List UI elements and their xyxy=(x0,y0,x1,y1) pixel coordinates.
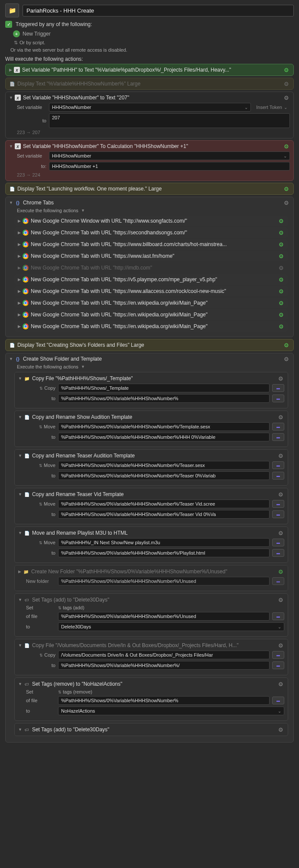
newfolder-input[interactable]: %PathHHH%/Shows/0%Variable%HHHShowNumber… xyxy=(58,577,270,585)
gear-icon[interactable]: ⚙ xyxy=(277,529,284,536)
gear-icon[interactable]: ⚙ xyxy=(278,241,285,248)
token-button[interactable] xyxy=(272,500,284,508)
token-button[interactable] xyxy=(272,697,284,704)
disclosure-icon[interactable] xyxy=(9,201,13,205)
action-title[interactable]: Move and Rename Playlist M3U to HTML xyxy=(32,530,277,536)
disclosure-icon[interactable] xyxy=(18,277,21,282)
gear-icon[interactable]: ⚙ xyxy=(277,375,284,382)
action-title[interactable]: Set Tags (add) to "Delete30Days" xyxy=(32,597,277,603)
gear-icon[interactable]: ⚙ xyxy=(277,596,284,603)
tag-select[interactable]: NoHazelActions xyxy=(58,707,284,715)
chrome-action-title[interactable]: New Google Chrome Tab with URL "http://i… xyxy=(31,265,278,271)
action-title[interactable]: Copy and Rename Show Audition Template xyxy=(32,414,277,420)
variable-name-select[interactable]: HHHShowNumber xyxy=(49,151,290,160)
from-input[interactable]: %PathHHH%/_IN Next Show/New playlist.m3u xyxy=(58,538,270,547)
chrome-action-title[interactable]: New Google Chrome Tab with URL "https://… xyxy=(31,288,278,294)
gear-icon[interactable]: ⚙ xyxy=(278,229,285,236)
value-input[interactable]: HHHShowNumber +1 xyxy=(49,162,290,171)
chrome-action-title[interactable]: New Google Chrome Tab with URL "https://… xyxy=(31,323,278,329)
gear-icon[interactable]: ⚙ xyxy=(278,323,285,330)
disclosure-icon[interactable] xyxy=(18,598,22,602)
gear-icon[interactable]: ⚙ xyxy=(277,568,284,575)
action-title[interactable]: Set Tags (add) to "Delete30Days" xyxy=(32,727,277,733)
chrome-action-title[interactable]: New Google Chrome Tab with URL "https://… xyxy=(31,276,278,283)
action-title[interactable]: Display Text "Launching workflow. One mo… xyxy=(17,186,283,192)
op-label[interactable]: ⇅ Move xyxy=(26,463,55,468)
disclosure-icon[interactable] xyxy=(18,569,21,574)
gear-icon[interactable]: ⚙ xyxy=(277,726,284,733)
action-title[interactable]: Set Variable "PathHHH" to Text "%Variabl… xyxy=(22,67,283,73)
macro-title-input[interactable]: PariahRocks - HHH Create xyxy=(23,5,294,16)
value-input[interactable]: 207 xyxy=(49,113,290,128)
gear-icon[interactable]: ⚙ xyxy=(283,355,290,362)
from-input[interactable]: %PathHHH%/Shows/0%Variable%HHHShowNumber… xyxy=(58,500,270,508)
action-title[interactable]: Copy and Rename Teaser Audition Template xyxy=(32,453,277,459)
dropdown-icon[interactable] xyxy=(81,208,85,213)
gear-icon[interactable]: ⚙ xyxy=(278,299,285,306)
tags-mode[interactable]: ⇅ tags (add) xyxy=(58,605,84,610)
gear-icon[interactable]: ⚙ xyxy=(283,80,290,87)
offile-input[interactable]: %PathHHH%/Shows/0%Variable%HHHShowNumber… xyxy=(58,612,270,621)
op-label[interactable]: ⇅ Move xyxy=(26,501,55,506)
to-input[interactable]: %PathHHH%/Shows/0%Variable%HHHShowNumber… xyxy=(58,433,270,441)
disclosure-icon[interactable] xyxy=(18,230,21,235)
variable-name-select[interactable]: HHHShowNumber xyxy=(49,103,251,112)
disclosure-icon[interactable] xyxy=(18,324,21,329)
gear-icon[interactable]: ⚙ xyxy=(278,264,285,271)
group-title[interactable]: Chrome Tabs xyxy=(23,200,283,206)
gear-icon[interactable]: ⚙ xyxy=(283,342,290,349)
disclosure-icon[interactable] xyxy=(18,682,22,686)
disclosure-icon[interactable] xyxy=(9,144,13,148)
disclosure-icon[interactable] xyxy=(18,643,22,648)
token-button[interactable] xyxy=(272,384,284,392)
disclosure-icon[interactable] xyxy=(18,289,21,293)
gear-icon[interactable]: ⚙ xyxy=(283,66,290,73)
token-button[interactable] xyxy=(272,395,284,402)
insert-token-button[interactable]: Insert Token xyxy=(254,104,290,111)
offile-input[interactable]: %PathHHH%/Shows/0%Variable%HHHShowNumber… xyxy=(58,696,270,705)
token-button[interactable] xyxy=(272,423,284,431)
chrome-action-title[interactable]: New Google Chrome Tab with URL "https://… xyxy=(31,253,278,259)
disclosure-icon[interactable] xyxy=(18,219,21,223)
action-title[interactable]: Display Text "Creating Show's Folders an… xyxy=(17,342,283,348)
disclosure-icon[interactable] xyxy=(9,68,12,72)
to-input[interactable]: %PathHHH%/Shows/0%Variable%HHHShowNumber… xyxy=(58,661,270,670)
action-title[interactable]: Copy File "%PathHHH%/Shows/_Template" xyxy=(32,375,277,381)
token-button[interactable] xyxy=(272,612,284,620)
action-title[interactable]: Copy File "/Volumes/Documents Drive/In &… xyxy=(32,642,277,648)
disclosure-icon[interactable] xyxy=(18,312,21,317)
disclosure-icon[interactable] xyxy=(18,254,21,258)
chrome-action-title[interactable]: New Google Chrome Window with URL "http:… xyxy=(31,218,278,224)
disclosure-icon[interactable] xyxy=(18,531,22,535)
gear-icon[interactable]: ⚙ xyxy=(283,199,290,206)
from-input[interactable]: %PathHHH%/Shows/0%Variable%HHHShowNumber… xyxy=(58,461,270,470)
chrome-action-title[interactable]: New Google Chrome Tab with URL "https://… xyxy=(31,241,278,247)
op-label[interactable]: ⇅ Move xyxy=(26,540,55,545)
disclosure-icon[interactable] xyxy=(18,376,22,381)
chrome-action-title[interactable]: New Google Chrome Tab with URL "https://… xyxy=(31,230,278,236)
gear-icon[interactable]: ⚙ xyxy=(277,452,284,459)
action-title[interactable]: Set Variable "HHHShowNumber" To Calculat… xyxy=(23,143,283,149)
token-button[interactable] xyxy=(272,510,284,518)
token-button[interactable] xyxy=(272,461,284,469)
token-button[interactable] xyxy=(272,472,284,480)
add-trigger-button[interactable]: + xyxy=(13,30,20,37)
token-button[interactable] xyxy=(272,661,284,669)
from-input[interactable]: %PathHHH%/Shows/_Template xyxy=(58,384,270,392)
action-title[interactable]: Set Tags (remove) to "NoHazelActions" xyxy=(32,681,277,687)
disclosure-icon[interactable] xyxy=(18,242,21,247)
gear-icon[interactable]: ⚙ xyxy=(278,311,285,318)
chrome-action-title[interactable]: New Google Chrome Tab with URL "https://… xyxy=(31,312,278,318)
op-label[interactable]: ⇅ Copy xyxy=(26,652,55,658)
action-title[interactable]: Set Variable "HHHShowNumber" to Text "20… xyxy=(23,95,283,101)
token-button[interactable] xyxy=(272,539,284,546)
gear-icon[interactable]: ⚙ xyxy=(278,253,285,260)
gear-icon[interactable]: ⚙ xyxy=(278,276,285,283)
action-title[interactable]: Display Text "%Variable%HHHShowNumber%" … xyxy=(17,81,283,87)
triggered-checkbox[interactable]: ✓ xyxy=(5,21,12,28)
gear-icon[interactable]: ⚙ xyxy=(283,94,290,101)
op-label[interactable]: ⇅ Move xyxy=(26,424,55,429)
to-input[interactable]: %PathHHH%/Shows/0%Variable%HHHShowNumber… xyxy=(58,394,270,403)
disclosure-icon[interactable] xyxy=(18,266,21,270)
group-title[interactable]: Create Show Folder and Template xyxy=(23,356,283,362)
